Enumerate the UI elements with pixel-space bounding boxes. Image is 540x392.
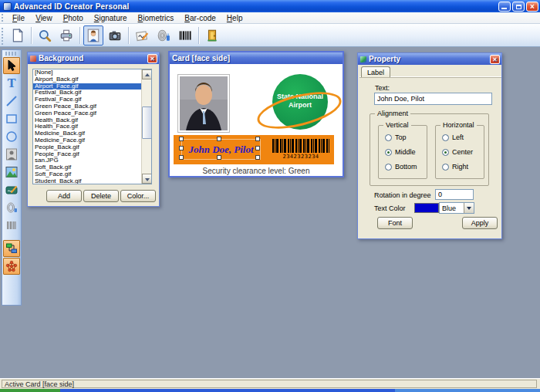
selection-handle[interactable]	[255, 155, 260, 160]
image-tool[interactable]	[3, 164, 20, 181]
signature-tool[interactable]	[3, 181, 20, 198]
chevron-down-icon[interactable]	[464, 203, 474, 213]
menu-barcode[interactable]: Bar-code	[179, 13, 221, 23]
radio-right[interactable]	[442, 164, 449, 171]
selection-handle[interactable]	[255, 146, 260, 150]
background-panel-title: Background	[39, 54, 83, 63]
delete-button[interactable]: Delete	[83, 190, 119, 202]
color-button[interactable]: Color...	[120, 190, 156, 202]
property-panel-titlebar: Property ×	[358, 53, 501, 65]
network-tool[interactable]	[3, 258, 20, 275]
card-name-text: John Doe, Pilot	[188, 144, 253, 156]
exit-button[interactable]	[202, 25, 222, 46]
font-button[interactable]: Font	[377, 217, 413, 229]
text-color-label: Text Color	[374, 204, 406, 212]
scroll-up-button[interactable]	[142, 69, 152, 79]
flowchart-tool[interactable]	[3, 240, 20, 257]
list-scrollbar[interactable]	[141, 69, 151, 184]
new-document-button[interactable]	[8, 25, 28, 46]
card-photo[interactable]	[177, 74, 230, 133]
print-button[interactable]	[56, 25, 76, 46]
camera-icon	[108, 29, 122, 42]
line-tool[interactable]	[3, 93, 20, 110]
barcode-button[interactable]	[175, 25, 195, 46]
barcode-icon	[178, 29, 192, 42]
text-field-label: Text:	[375, 84, 390, 92]
selection-handle[interactable]	[217, 155, 221, 160]
color-dropdown[interactable]: Blue	[439, 202, 474, 214]
background-panel: Background × [None] Airport_Back.gif Air…	[27, 52, 160, 207]
radio-center[interactable]	[442, 149, 449, 156]
alignment-group: Alignment Vertical Top Middle Bottom Hor…	[370, 113, 489, 186]
property-close-icon[interactable]: ×	[490, 55, 500, 64]
close-button[interactable]: ×	[526, 2, 538, 12]
add-button[interactable]: Add	[46, 190, 82, 202]
barcode-tool[interactable]	[3, 217, 20, 234]
radio-middle-label: Middle	[395, 148, 416, 156]
main-toolbar	[0, 24, 540, 47]
tab-label[interactable]: Label	[361, 66, 390, 77]
apply-button[interactable]: Apply	[462, 217, 498, 229]
radio-bottom[interactable]	[385, 164, 392, 171]
signature-button[interactable]	[132, 25, 152, 46]
photo-button[interactable]	[83, 25, 103, 46]
cursor-arrow-icon	[5, 59, 18, 72]
menu-view[interactable]: View	[30, 13, 58, 23]
text-input[interactable]	[374, 93, 492, 105]
menu-biometrics[interactable]: Biometrics	[133, 13, 180, 23]
menu-file[interactable]: File	[7, 13, 30, 23]
alignment-group-label: Alignment	[375, 110, 410, 117]
radio-top[interactable]	[385, 134, 392, 141]
minimize-button[interactable]	[498, 2, 511, 12]
menu-help[interactable]: Help	[221, 13, 248, 23]
ellipse-tool[interactable]	[3, 128, 20, 145]
portrait-icon	[5, 148, 18, 161]
text-tool[interactable]: T	[3, 75, 20, 92]
rectangle-tool[interactable]	[3, 110, 20, 127]
color-dropdown-value: Blue	[440, 204, 464, 212]
list-item[interactable]: Student_Back.gif	[33, 178, 141, 184]
color-swatch	[414, 203, 439, 213]
selection-handle[interactable]	[179, 155, 184, 160]
rotation-input[interactable]	[435, 189, 474, 200]
selection-handle[interactable]	[179, 137, 184, 141]
workspace: T	[0, 47, 540, 378]
taskbar-strip-tray	[395, 389, 540, 392]
selection-handle[interactable]	[179, 146, 184, 150]
background-close-icon[interactable]: ×	[147, 54, 157, 63]
taskbar-strip-start	[0, 389, 60, 392]
radio-right-label: Right	[452, 163, 468, 171]
window-titlebar: Advanced ID Creator Personal ×	[0, 0, 540, 12]
signature-icon	[135, 29, 149, 42]
line-icon	[5, 95, 18, 107]
rotation-label: Rotation in degree	[374, 191, 431, 199]
scroll-thumb[interactable]	[142, 106, 152, 139]
card-face[interactable]: State National Airport John Doe, Pilot 2…	[170, 64, 343, 176]
zoom-button[interactable]	[35, 25, 55, 46]
radio-middle[interactable]	[385, 149, 392, 156]
barcode-number: 2342323234	[272, 154, 329, 160]
select-tool[interactable]	[3, 57, 20, 74]
restore-button[interactable]	[512, 2, 525, 12]
menu-signature[interactable]: Signature	[89, 13, 133, 23]
property-panel: Property × Label Text: Alignment Vertica…	[357, 52, 502, 239]
selection-handle[interactable]	[217, 137, 221, 141]
vertical-group-label: Vertical	[383, 121, 411, 129]
radio-left[interactable]	[442, 134, 449, 141]
fingerprint-tool[interactable]	[3, 199, 20, 216]
card-panel: Card [face side] State National Airport	[168, 51, 344, 177]
photo-tool[interactable]	[3, 146, 20, 163]
fingerprint-button[interactable]	[154, 25, 174, 46]
menu-photo[interactable]: Photo	[58, 13, 89, 23]
background-list[interactable]: [None] Airport_Back.gif Airport_Face.gif…	[32, 69, 152, 184]
scroll-down-button[interactable]	[142, 174, 152, 184]
card-name-bar[interactable]: John Doe, Pilot 2342323234	[174, 135, 334, 164]
property-panel-icon	[360, 56, 366, 63]
card-footer-label[interactable]: Security clearance level: Green	[170, 167, 343, 175]
text-tool-icon: T	[8, 76, 16, 90]
card-barcode[interactable]: 2342323234	[272, 139, 329, 161]
rectangle-icon	[5, 113, 18, 125]
selection-handle[interactable]	[255, 137, 260, 141]
landscape-icon	[5, 166, 18, 178]
camera-button[interactable]	[105, 25, 125, 46]
